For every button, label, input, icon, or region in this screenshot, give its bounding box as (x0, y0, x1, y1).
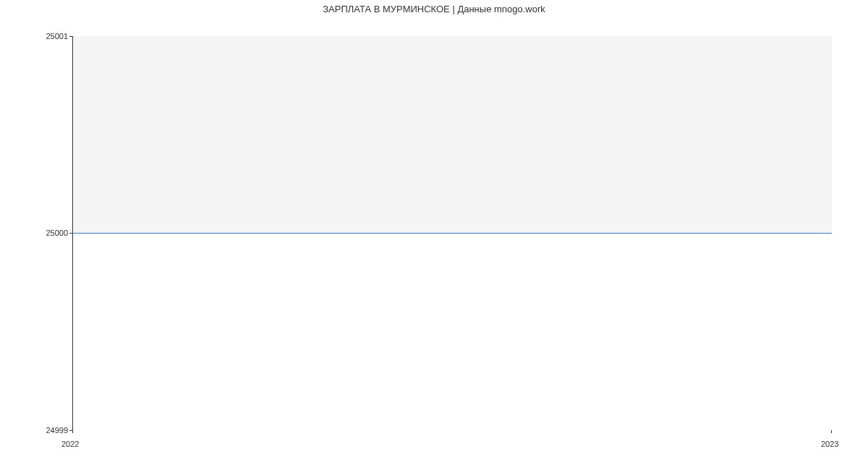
y-axis-label: 25000 (10, 228, 68, 237)
x-axis-label: 2023 (821, 440, 838, 448)
y-tick (69, 233, 72, 234)
x-tick (72, 430, 73, 433)
y-tick (69, 36, 72, 37)
x-tick (831, 430, 832, 433)
y-axis-label: 25001 (10, 32, 68, 40)
plot-area (72, 36, 832, 430)
chart-container: ЗАРПЛАТА В МУРМИНСКОЕ | Данные mnogo.wor… (0, 0, 868, 470)
data-line (73, 233, 832, 234)
y-axis-label: 24999 (10, 426, 68, 435)
chart-title: ЗАРПЛАТА В МУРМИНСКОЕ | Данные mnogo.wor… (0, 4, 868, 14)
x-axis-label: 2022 (61, 440, 79, 448)
plot-bg-lower (73, 234, 832, 430)
